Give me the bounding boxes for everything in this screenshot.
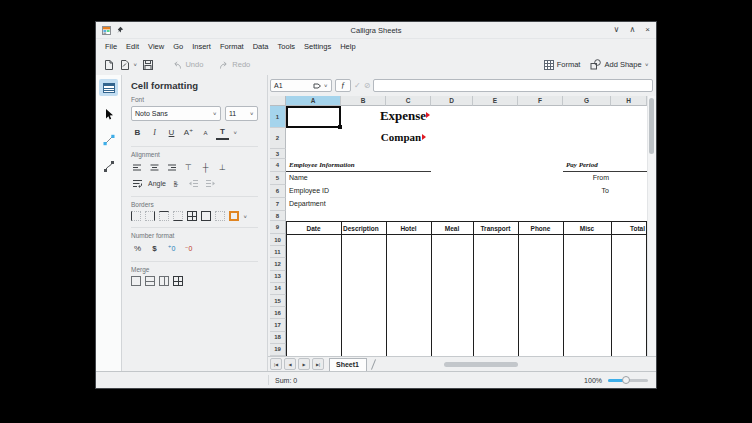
indent-more-icon[interactable] [204,177,217,190]
table-header-date[interactable]: Date [286,222,341,234]
row-header-8[interactable]: 8 [270,211,286,221]
align-bottom-icon[interactable]: ⊥ [216,161,229,174]
border-left-button[interactable] [131,211,141,221]
row-header-14[interactable]: 14 [270,283,286,295]
align-right-icon[interactable] [165,161,178,174]
wrap-text-icon[interactable] [131,177,144,190]
close-icon[interactable]: × [645,26,650,34]
pin-icon[interactable] [116,26,124,34]
merge-horizontal-button[interactable] [145,276,155,286]
column-header-F[interactable]: F [518,96,563,106]
table-header-misc[interactable]: Misc [563,222,611,234]
cell-pay-period[interactable]: Pay Period [563,159,647,172]
angle-button[interactable]: Angle [148,177,166,190]
new-document-icon[interactable] [103,59,114,71]
line-tool-icon[interactable] [99,131,118,148]
font-color-button[interactable]: T [216,125,229,140]
cell-subtitle[interactable]: Compan [376,131,426,143]
vertical-text-icon[interactable]: ab [170,177,183,190]
open-dropdown-chevron[interactable]: ∨ [133,62,137,67]
maximize-icon[interactable]: ∧ [629,26,635,34]
row-header-17[interactable]: 17 [270,319,286,331]
cell-format-tool-icon[interactable] [99,79,118,96]
border-color-chevron[interactable]: ∨ [243,213,247,218]
column-header-A[interactable]: A [286,96,341,106]
shrink-font-button[interactable]: A [199,126,212,139]
next-sheet-button[interactable]: ▶ [298,358,310,370]
italic-button[interactable]: I [148,126,161,139]
align-top-icon[interactable]: ⊤ [182,161,195,174]
cell-employee-id[interactable]: Employee ID [289,187,329,194]
open-document-icon[interactable]: ∨ [119,59,137,71]
table-header-hotel[interactable]: Hotel [386,222,431,234]
border-top-button[interactable] [159,211,169,221]
apply-formula-icon[interactable]: ✓ [354,81,361,90]
sheet-tab[interactable]: Sheet1 [329,358,367,371]
first-sheet-button[interactable]: |◀ [270,358,282,370]
menu-data[interactable]: Data [253,42,269,51]
align-middle-icon[interactable]: ┼ [199,161,212,174]
formula-input[interactable] [373,79,653,92]
font-size-select[interactable]: 11 ∨ [225,106,258,121]
column-header-E[interactable]: E [473,96,518,106]
border-right-button[interactable] [145,211,155,221]
grow-font-button[interactable]: A⁺ [182,126,195,139]
last-sheet-button[interactable]: ▶| [312,358,324,370]
decrease-precision-button[interactable]: ⁻0 [182,242,195,255]
format-button[interactable]: Format [544,60,581,70]
row-header-6[interactable]: 6 [270,185,286,198]
merge-vertical-button[interactable] [159,276,169,286]
border-bottom-button[interactable] [173,211,183,221]
row-header-12[interactable]: 12 [270,258,286,270]
table-header-phone[interactable]: Phone [518,222,563,234]
column-header-D[interactable]: D [431,96,473,106]
row-header-19[interactable]: 19 [270,344,286,356]
minimize-icon[interactable]: ∨ [614,26,620,34]
menu-help[interactable]: Help [340,42,355,51]
cell-department[interactable]: Department [289,200,326,207]
percent-format-button[interactable]: % [131,242,144,255]
border-none-button[interactable] [215,211,225,221]
selected-cell-a1[interactable] [286,106,341,128]
menu-insert[interactable]: Insert [192,42,211,51]
add-shape-button[interactable]: Add Shape ∨ [590,59,649,70]
menu-file[interactable]: File [105,42,117,51]
zoom-slider[interactable] [608,379,648,382]
cell-from[interactable]: From [563,174,609,181]
table-header-transport[interactable]: Transport [473,222,518,234]
menu-go[interactable]: Go [173,42,183,51]
table-header-meal[interactable]: Meal [431,222,473,234]
menu-format[interactable]: Format [220,42,244,51]
column-header-H[interactable]: H [611,96,647,106]
select-all-corner[interactable] [270,96,286,106]
indent-less-icon[interactable] [187,177,200,190]
row-header-18[interactable]: 18 [270,332,286,344]
row-header-10[interactable]: 10 [270,234,286,246]
border-all-button[interactable] [187,211,197,221]
bold-button[interactable]: B [131,126,144,139]
row-header-7[interactable]: 7 [270,198,286,211]
named-range-icon[interactable] [313,82,322,90]
cell-title[interactable]: Expense [376,108,430,124]
row-header-15[interactable]: 15 [270,295,286,307]
row-header-13[interactable]: 13 [270,271,286,283]
currency-format-button[interactable]: $ [148,242,161,255]
cell-reference-box[interactable]: A1 ∨ [270,79,332,92]
undo-button[interactable]: Undo [172,60,203,70]
column-header-B[interactable]: B [341,96,386,106]
row-header-5[interactable]: 5 [270,172,286,185]
vertical-scrollbar[interactable] [647,96,656,356]
align-center-icon[interactable] [148,161,161,174]
menu-edit[interactable]: Edit [126,42,139,51]
row-header-1[interactable]: 1 [270,106,286,128]
title-bar[interactable]: Calligra Sheets ∨ ∧ × [96,22,656,39]
cell-reference-chevron[interactable]: ∨ [324,83,328,88]
column-header-G[interactable]: G [563,96,611,106]
row-header-9[interactable]: 9 [270,221,286,234]
cell-name[interactable]: Name [289,174,308,181]
border-color-button[interactable] [229,211,239,221]
zoom-slider-knob[interactable] [622,376,630,384]
menu-settings[interactable]: Settings [304,42,331,51]
increase-precision-button[interactable]: ⁺0 [165,242,178,255]
horizontal-scrollbar[interactable] [382,360,648,369]
